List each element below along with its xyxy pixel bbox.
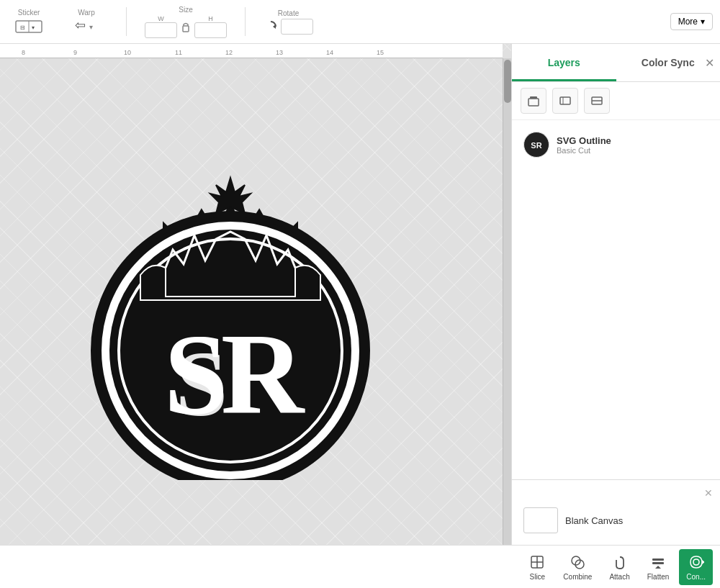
sticker-icon: ⊟ ▾: [14, 18, 43, 35]
svg-text:⇦: ⇦: [75, 18, 86, 32]
right-panel: Layers Color Sync ✕: [511, 44, 720, 545]
height-input[interactable]: [194, 22, 227, 38]
rotate-input[interactable]: [281, 19, 313, 35]
sticker-label: Sticker: [18, 9, 40, 17]
canvas-scrollbar[interactable]: [503, 58, 511, 545]
layer-list: SR SVG Outline Basic Cut: [512, 120, 720, 479]
tab-layers[interactable]: Layers: [512, 44, 616, 81]
tab-indicator: [512, 79, 616, 81]
panel-icon-btn-1[interactable]: [521, 88, 546, 114]
svg-marker-7: [273, 24, 276, 29]
svg-marker-30: [702, 560, 704, 564]
layers-icon-2: [559, 94, 572, 107]
sticker-group: Sticker ⊟ ▾: [7, 9, 50, 35]
blank-canvas-item[interactable]: Blank Canvas: [519, 503, 713, 538]
rotate-label: Rotate: [278, 9, 299, 17]
logo-container: SR S: [72, 106, 389, 483]
bottom-btn-group: Slice Combine Attach: [521, 549, 713, 585]
blank-canvas-label: Blank Canvas: [565, 515, 623, 526]
main-area: 8 9 10 11 12 13 14 15: [0, 44, 720, 545]
size-label: Size: [179, 6, 192, 14]
size-group: Size W H: [145, 6, 227, 38]
panel-icon-btn-2[interactable]: [552, 88, 578, 114]
warp-icon: ⇦ ▾: [72, 18, 101, 35]
lock-icon: [180, 21, 192, 32]
combine-button[interactable]: Combine: [556, 549, 599, 585]
flatten-icon: [649, 553, 667, 571]
size-control: W H: [145, 15, 227, 38]
panel-tabs: Layers Color Sync ✕: [512, 44, 720, 82]
warp-label: Warp: [78, 9, 95, 17]
contour-icon: [688, 553, 705, 571]
ruler-horizontal: 8 9 10 11 12 13 14 15: [0, 44, 503, 58]
flatten-button[interactable]: Flatten: [640, 549, 677, 585]
svg-point-26: [575, 560, 584, 569]
width-field: W: [145, 15, 177, 38]
svg-point-25: [572, 556, 580, 565]
rotate-group: Rotate: [264, 9, 313, 35]
svg-text:S: S: [175, 332, 227, 435]
rotate-control: [264, 19, 313, 35]
svg-text:SR: SR: [531, 141, 541, 150]
bottom-toolbar: Slice Combine Attach: [0, 545, 720, 588]
combine-icon: [569, 553, 586, 571]
attach-button[interactable]: Attach: [602, 549, 636, 585]
panel-toolbar: [512, 82, 720, 120]
warp-control: ⇦ ▾: [72, 18, 101, 35]
layer-info: SVG Outline Basic Cut: [557, 135, 708, 155]
canvas-area: 8 9 10 11 12 13 14 15: [0, 44, 511, 545]
svg-rect-14: [528, 99, 539, 106]
svg-text:▾: ▾: [32, 24, 35, 31]
panel-icon-btn-3[interactable]: [584, 88, 610, 114]
size-inputs: W H: [145, 15, 227, 38]
layer-type: Basic Cut: [557, 146, 708, 155]
rotate-icon: [264, 19, 278, 34]
height-field: H: [194, 15, 227, 38]
divider1: [126, 7, 127, 36]
sticker-control: ⊟ ▾: [14, 18, 43, 35]
svg-rect-27: [652, 558, 664, 561]
contour-button[interactable]: Con...: [679, 549, 713, 585]
warp-group: Warp ⇦ ▾: [65, 9, 108, 35]
panel-bottom: ✕ Blank Canvas: [512, 479, 720, 545]
width-input[interactable]: [145, 22, 177, 38]
panel-bottom-close: ✕: [519, 487, 713, 499]
bottom-close-button[interactable]: ✕: [704, 487, 713, 499]
svg-rect-28: [652, 562, 664, 564]
svg-text:⊟: ⊟: [20, 24, 25, 31]
layer-item[interactable]: SR SVG Outline Basic Cut: [518, 126, 714, 163]
logo-svg: SR S: [72, 106, 389, 480]
svg-text:▾: ▾: [89, 23, 93, 31]
more-button[interactable]: More ▾: [670, 13, 713, 30]
attach-icon: [611, 553, 629, 571]
svg-marker-29: [655, 566, 661, 569]
layer-name: SVG Outline: [557, 135, 708, 146]
layer-thumbnail: SR: [523, 132, 549, 158]
slice-icon: [528, 553, 546, 571]
blank-canvas-thumbnail: [523, 507, 558, 533]
layers-icon-1: [527, 94, 540, 107]
slice-button[interactable]: Slice: [521, 549, 553, 585]
svg-rect-15: [530, 96, 537, 99]
divider2: [245, 7, 246, 36]
layers-icon-3: [590, 94, 603, 107]
scrollbar-thumb[interactable]: [504, 60, 511, 103]
svg-rect-16: [560, 97, 570, 104]
top-toolbar: Sticker ⊟ ▾ Warp ⇦ ▾ Size W: [0, 0, 720, 44]
svg-rect-6: [183, 26, 189, 32]
panel-close-button[interactable]: ✕: [705, 56, 714, 70]
